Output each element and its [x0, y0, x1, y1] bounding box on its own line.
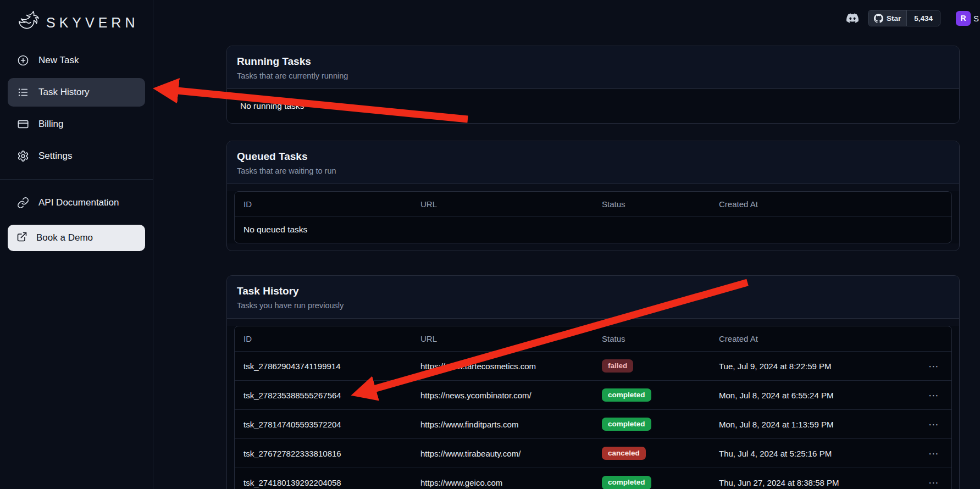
column-header-created-at: Created At: [719, 199, 918, 209]
topbar: Star 5,434 R S: [153, 0, 980, 36]
github-star-button[interactable]: Star 5,434: [868, 10, 940, 26]
avatar[interactable]: R: [956, 11, 971, 26]
book-a-demo-label: Book a Demo: [36, 232, 93, 243]
plus-circle-icon: [16, 54, 30, 67]
queued-tasks-subtitle: Tasks that are waiting to run: [237, 166, 949, 175]
sidebar-item-label: Billing: [38, 119, 63, 130]
queued-tasks-card: Queued Tasks Tasks that are waiting to r…: [226, 141, 960, 251]
task-history-body: ID URL Status Created At tsk_27862904374…: [227, 326, 959, 489]
sidebar-item-api-documentation[interactable]: API Documentation: [8, 188, 145, 217]
column-header-url: URL: [420, 334, 602, 343]
task-history-subtitle: Tasks you have run previously: [237, 301, 949, 310]
queued-tasks-body: ID URL Status Created At No queued tasks: [227, 191, 959, 243]
table-row[interactable]: tsk_274180139292204058 https://www.geico…: [235, 468, 951, 489]
task-url-cell: https://www.geico.com: [420, 478, 602, 487]
created-at-cell: Thu, Jul 4, 2024 at 5:25:16 PM: [719, 449, 918, 458]
status-badge: completed: [602, 388, 651, 402]
sidebar: SKYVERN New Task Task History Billing Se…: [0, 0, 153, 489]
task-url-cell: https://www.finditparts.com: [420, 420, 602, 429]
sidebar-item-label: Settings: [38, 151, 72, 162]
row-actions-button[interactable]: ⋯: [925, 359, 943, 374]
sidebar-secondary-nav: API Documentation Book a Demo: [0, 188, 153, 251]
github-icon: [874, 14, 883, 23]
github-star-count: 5,434: [906, 10, 940, 26]
task-id-cell: tsk_276727822333810816: [243, 449, 420, 458]
running-tasks-empty-text: No running tasks: [227, 89, 959, 123]
queued-tasks-table: ID URL Status Created At No queued tasks: [234, 191, 952, 243]
task-id-cell: tsk_274180139292204058: [243, 478, 420, 487]
task-id-cell: tsk_278235388555267564: [243, 391, 420, 400]
column-header-url: URL: [420, 199, 602, 209]
table-row[interactable]: tsk_278629043741199914 https://www.tarte…: [235, 352, 951, 381]
sidebar-item-new-task[interactable]: New Task: [8, 46, 145, 75]
profile-name[interactable]: S: [973, 14, 979, 23]
queued-tasks-header: Queued Tasks Tasks that are waiting to r…: [227, 141, 959, 184]
sidebar-divider: [0, 179, 153, 180]
status-badge: canceled: [602, 447, 646, 460]
sidebar-item-settings[interactable]: Settings: [8, 142, 145, 170]
task-history-header: Task History Tasks you have run previous…: [227, 276, 959, 319]
sidebar-item-task-history[interactable]: Task History: [8, 78, 145, 107]
sidebar-nav: New Task Task History Billing Settings: [0, 46, 153, 170]
column-header-status: Status: [602, 199, 719, 209]
discord-icon[interactable]: [845, 12, 860, 24]
task-url-cell: https://news.ycombinator.com/: [420, 391, 602, 400]
column-header-status: Status: [602, 334, 719, 343]
created-at-cell: Mon, Jul 8, 2024 at 6:55:24 PM: [719, 391, 918, 400]
table-header-row: ID URL Status Created At: [235, 326, 951, 352]
created-at-cell: Mon, Jul 8, 2024 at 1:13:59 PM: [719, 420, 918, 429]
gear-icon: [16, 149, 30, 163]
running-tasks-subtitle: Tasks that are currently running: [237, 71, 949, 80]
list-icon: [16, 86, 30, 99]
task-id-cell: tsk_278147405593572204: [243, 420, 420, 429]
table-row[interactable]: tsk_276727822333810816 https://www.tirab…: [235, 439, 951, 468]
sidebar-item-label: New Task: [38, 55, 79, 66]
column-header-created-at: Created At: [719, 334, 918, 343]
table-header-row: ID URL Status Created At: [235, 192, 951, 217]
queued-tasks-title: Queued Tasks: [237, 151, 949, 163]
running-tasks-header: Running Tasks Tasks that are currently r…: [227, 46, 959, 89]
created-at-cell: Thu, Jun 27, 2024 at 8:38:58 PM: [719, 478, 918, 487]
github-star-label: Star: [887, 14, 901, 23]
task-history-table: ID URL Status Created At tsk_27862904374…: [234, 326, 952, 489]
table-row[interactable]: tsk_278147405593572204 https://www.findi…: [235, 410, 951, 439]
running-tasks-body: No running tasks: [227, 89, 959, 123]
task-id-cell: tsk_278629043741199914: [243, 362, 420, 371]
table-row[interactable]: tsk_278235388555267564 https://news.ycom…: [235, 381, 951, 410]
row-actions-button[interactable]: ⋯: [925, 388, 943, 403]
running-tasks-title: Running Tasks: [237, 55, 949, 68]
task-history-card: Task History Tasks you have run previous…: [226, 275, 960, 489]
credit-card-icon: [16, 118, 30, 131]
column-header-id: ID: [243, 199, 420, 209]
main-content: Running Tasks Tasks that are currently r…: [153, 0, 980, 489]
dragon-logo-icon: [15, 9, 41, 36]
row-actions-button[interactable]: ⋯: [925, 417, 943, 432]
task-history-title: Task History: [237, 285, 949, 297]
row-actions-button[interactable]: ⋯: [925, 446, 943, 461]
status-badge: completed: [602, 418, 651, 431]
status-badge: failed: [602, 359, 633, 373]
book-a-demo-button[interactable]: Book a Demo: [8, 225, 145, 251]
task-url-cell: https://www.tartecosmetics.com: [420, 362, 602, 371]
skyvern-logo[interactable]: SKYVERN: [0, 0, 153, 38]
row-actions-button[interactable]: ⋯: [925, 475, 943, 489]
brand-name: SKYVERN: [46, 15, 139, 31]
queued-tasks-empty-text: No queued tasks: [235, 217, 951, 243]
sidebar-item-label: Task History: [38, 87, 90, 98]
created-at-cell: Tue, Jul 9, 2024 at 8:22:59 PM: [719, 362, 918, 371]
sidebar-item-label: API Documentation: [38, 197, 119, 208]
external-link-icon: [16, 231, 27, 245]
link-icon: [16, 196, 30, 209]
sidebar-item-billing[interactable]: Billing: [8, 110, 145, 138]
task-url-cell: https://www.tirabeauty.com/: [420, 449, 602, 458]
column-header-id: ID: [243, 334, 420, 343]
status-badge: completed: [602, 476, 651, 489]
running-tasks-card: Running Tasks Tasks that are currently r…: [226, 46, 960, 124]
